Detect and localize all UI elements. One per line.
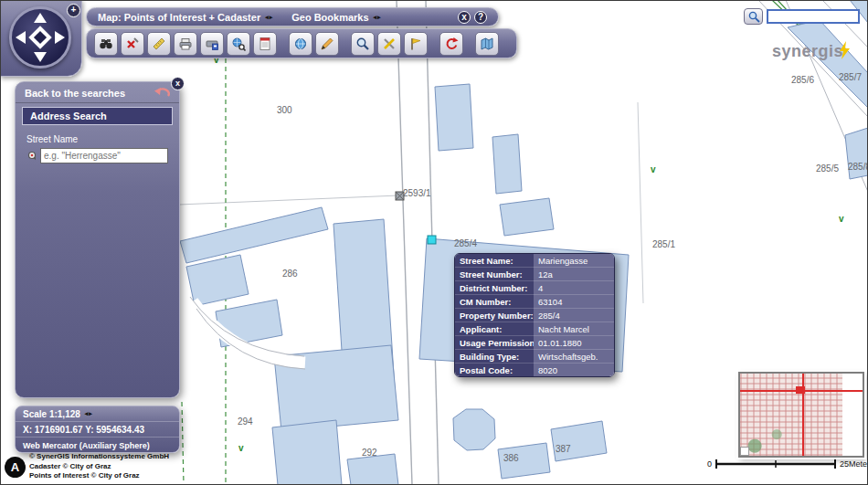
flag-tool-button[interactable] — [404, 32, 428, 56]
synergis-logo-icon: A — [5, 457, 26, 478]
copyright-line: © SynerGIS Informationssysteme GmbH — [29, 452, 169, 462]
info-value: Wirtschaftsgeb. — [534, 350, 614, 364]
binoculars-tool-button[interactable] — [94, 32, 118, 56]
info-label: CM Number: — [455, 295, 534, 309]
info-row: Property Number:285/4 — [455, 309, 614, 322]
info-value: Mariengasse — [534, 254, 614, 268]
info-label: Usage Permission: — [455, 336, 534, 350]
feature-info-popup: Street Name:Mariengasse Street Number:12… — [454, 253, 615, 377]
map-status-panel: Scale 1:1,128 ◂▸ X: 1716901.67 Y: 595463… — [15, 406, 180, 453]
info-value: 8020 — [534, 364, 614, 376]
scale-cycle-icon[interactable]: ◂▸ — [85, 410, 93, 417]
search-icon — [747, 10, 760, 23]
parcel-label: 285/4 — [454, 238, 477, 248]
zoom-in-button[interactable]: + — [67, 4, 80, 17]
help-icon[interactable]: ? — [474, 11, 487, 24]
quick-search — [744, 8, 860, 25]
back-to-searches-label: Back to the searches — [25, 88, 125, 99]
parcel-label: 285/8 — [848, 162, 868, 172]
globe-search-tool-button[interactable] — [227, 32, 250, 56]
brand-logo: synergis — [772, 42, 851, 61]
print-tool-button[interactable] — [174, 32, 197, 56]
menu-map-label: Map: Points of Interest + Cadaster — [98, 12, 260, 23]
cursor-coordinates: X: 1716901.67 Y: 5954634.43 — [23, 425, 144, 435]
identify-tool-button[interactable] — [351, 32, 375, 56]
info-label: District Number: — [455, 281, 534, 295]
pan-north-button[interactable] — [34, 13, 47, 23]
scale-bar-start: 0 — [707, 459, 712, 469]
menu-close-icon[interactable]: x — [458, 11, 471, 24]
address-locator-icon — [26, 150, 36, 163]
measure-tool-button[interactable] — [147, 32, 171, 56]
pan-west-button[interactable] — [16, 31, 26, 44]
overview-extent-marker[interactable] — [796, 386, 805, 394]
street-name-input[interactable] — [40, 148, 168, 163]
info-value: 12a — [534, 268, 614, 281]
info-row: Postal Code:8020 — [455, 364, 614, 376]
quick-search-button[interactable] — [744, 8, 763, 25]
copyright-line: Points of Interest © City of Graz — [29, 471, 169, 481]
globe-icon — [293, 37, 308, 51]
draw-line-tool-button[interactable] — [315, 32, 339, 56]
parcel-label: 386 — [503, 453, 519, 463]
menu-bar: Map: Points of Interest + Cadaster ◂▸ Ge… — [86, 7, 499, 26]
flag-icon — [408, 37, 423, 51]
menu-item-geo-bookmarks[interactable]: Geo Bookmarks ◂▸ — [291, 12, 381, 23]
draw-line-icon — [320, 37, 334, 51]
delete-markup-tool-button[interactable] — [121, 32, 144, 56]
scale-bar-end: 25Meters — [840, 459, 868, 469]
report-tool-button[interactable] — [253, 32, 277, 56]
menu-map-cycle-icon[interactable]: ◂▸ — [265, 14, 273, 21]
info-value: 01.01.1880 — [534, 336, 614, 350]
info-row: Street Number:12a — [455, 268, 614, 281]
info-value: 285/4 — [534, 309, 614, 322]
refresh-icon — [444, 37, 459, 51]
map-layers-tool-button[interactable] — [475, 32, 499, 56]
parcel-label: 286 — [282, 269, 298, 279]
back-to-searches-button[interactable]: Back to the searches — [16, 82, 179, 103]
binoculars-icon — [99, 37, 113, 51]
scale-value: Scale 1:1,128 — [23, 409, 80, 419]
construction-tool-button[interactable] — [377, 32, 401, 56]
street-name-label: Street Name — [16, 127, 179, 147]
menu-bookmarks-label: Geo Bookmarks — [291, 12, 368, 23]
scale-bar: 0 25Meters — [707, 459, 868, 469]
compass-center-button[interactable] — [28, 26, 51, 48]
info-label: Applicant: — [455, 322, 534, 336]
parcel-label: 292 — [362, 448, 377, 458]
delete-markup-icon — [125, 37, 140, 51]
parcel-label: 285/1 — [652, 239, 675, 249]
pan-south-button[interactable] — [34, 52, 47, 62]
refresh-tool-button[interactable] — [439, 32, 463, 56]
globe-search-icon — [231, 37, 246, 51]
lightning-icon — [839, 41, 851, 59]
info-value: 4 — [534, 281, 614, 295]
parcel-label: 285/5 — [816, 163, 839, 174]
info-row: Street Name:Mariengasse — [455, 254, 614, 268]
panel-close-icon[interactable]: x — [171, 77, 185, 90]
info-label: Street Number: — [455, 268, 534, 281]
info-row: District Number:4 — [455, 281, 614, 295]
info-value: Nacht Marcel — [534, 322, 614, 336]
pan-east-button[interactable] — [55, 31, 65, 44]
gate-marker: v — [651, 164, 656, 174]
export-icon — [205, 37, 219, 51]
info-row: CM Number:63104 — [455, 295, 614, 309]
identify-icon — [355, 37, 370, 51]
brand-name: synergis — [772, 42, 843, 61]
overview-resize-handle[interactable] — [740, 447, 749, 456]
map-layers-icon — [480, 37, 494, 51]
menu-item-map[interactable]: Map: Points of Interest + Cadaster ◂▸ — [98, 12, 273, 23]
info-value: 63104 — [534, 295, 614, 309]
projection-name: Web Mercator (Auxiliary Sphere) — [23, 441, 150, 450]
info-label: Building Type: — [455, 350, 534, 364]
toolbar — [86, 28, 517, 58]
scale-bar-rule — [715, 459, 836, 469]
export-tool-button[interactable] — [200, 32, 224, 56]
pan-compass[interactable] — [9, 6, 71, 69]
menu-bookmarks-cycle-icon[interactable]: ◂▸ — [374, 14, 382, 21]
gate-marker: v — [238, 443, 244, 453]
overview-map[interactable] — [738, 372, 864, 458]
quick-search-input[interactable] — [767, 9, 860, 24]
globe-tool-button[interactable] — [289, 32, 312, 56]
